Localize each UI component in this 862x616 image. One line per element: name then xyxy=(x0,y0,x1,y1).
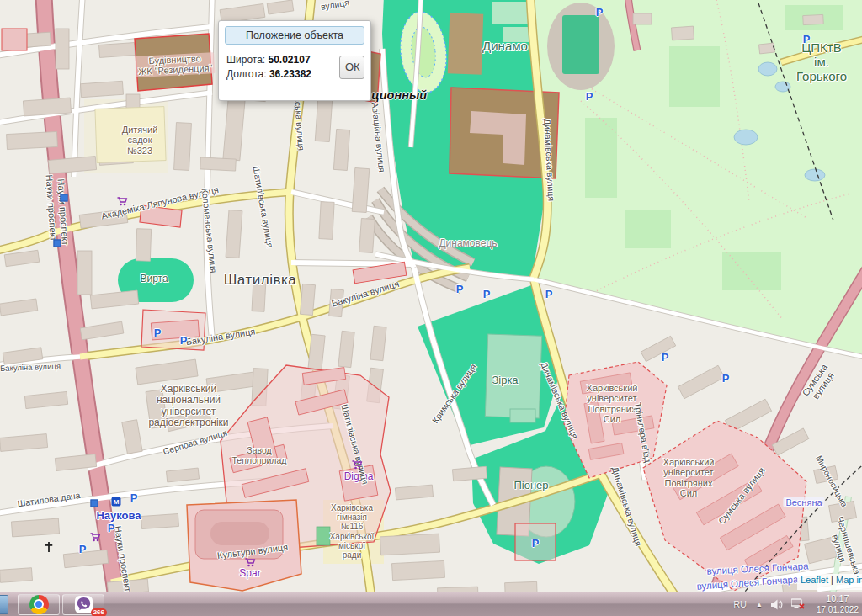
chrome-icon xyxy=(29,595,49,614)
map-attribution: Leaflet | Map info xyxy=(797,574,862,590)
tray-expand-arrow-icon[interactable]: ▲ xyxy=(756,601,763,608)
viber-taskbar-button[interactable]: 266 xyxy=(62,594,104,615)
desktop: ДинамоЦПКтВ ім. ГорькогоБудівництво ЖК "… xyxy=(0,0,862,616)
cart-icon xyxy=(90,530,101,545)
speaker-icon[interactable] xyxy=(771,599,783,610)
zirka-pitch xyxy=(485,334,541,418)
construction-residence xyxy=(135,34,212,91)
cart-icon xyxy=(352,458,363,473)
cart-icon xyxy=(245,555,256,571)
map-info-link[interactable]: Map info xyxy=(836,575,862,585)
map-canvas[interactable]: ДинамоЦПКтВ ім. ГорькогоБудівництво ЖК "… xyxy=(0,0,862,592)
network-icon[interactable] xyxy=(791,598,806,610)
bus-icon xyxy=(91,500,98,507)
chrome-taskbar-button[interactable] xyxy=(18,594,60,615)
clock-time: 10:17 xyxy=(817,593,859,605)
background-window-edge[interactable] xyxy=(0,595,8,614)
latitude-value: 50.02107 xyxy=(269,54,311,66)
viber-unread-badge: 266 xyxy=(91,608,107,616)
popup-title: Положение объекта xyxy=(225,26,364,45)
bus-icon xyxy=(61,194,68,202)
map-graphics xyxy=(0,0,862,592)
latitude-row: Широта: 50.02107 xyxy=(226,54,336,66)
bus-icon xyxy=(54,240,61,247)
language-indicator[interactable]: RU xyxy=(733,599,747,609)
metro-icon: М xyxy=(112,497,121,507)
taskbar: 266 RU ▲ 10:17 17.01.2022 xyxy=(0,592,862,616)
coords-popup: Положение объекта Широта: 50.02107 Долго… xyxy=(218,20,371,101)
longitude-row: Долгота: 36.23382 xyxy=(226,68,336,80)
viber-icon xyxy=(74,595,93,614)
clock-date: 17.01.2022 xyxy=(817,605,859,616)
ok-button[interactable]: ОК xyxy=(339,56,364,79)
leaflet-link[interactable]: Leaflet xyxy=(801,575,828,585)
cart-icon xyxy=(117,194,128,210)
cross-icon xyxy=(45,540,53,555)
longitude-value: 36.23382 xyxy=(269,68,311,80)
taskbar-clock[interactable]: 10:17 17.01.2022 xyxy=(817,593,859,615)
